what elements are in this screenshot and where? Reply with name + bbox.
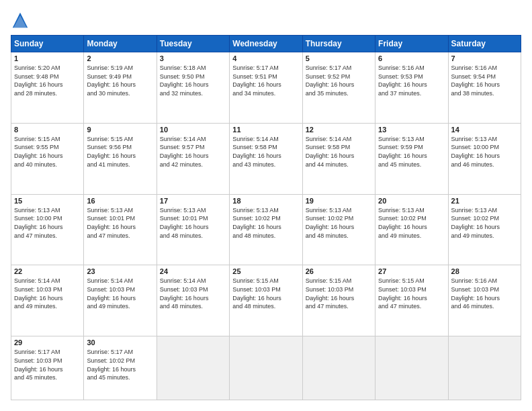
calendar-day: 19Sunrise: 5:13 AMSunset: 10:02 PMDaylig… (302, 194, 375, 265)
calendar-day: 17Sunrise: 5:13 AMSunset: 10:01 PMDaylig… (157, 194, 229, 265)
calendar-day: 10Sunrise: 5:14 AMSunset: 9:57 PMDayligh… (157, 123, 229, 194)
calendar-day: 28Sunrise: 5:16 AMSunset: 10:03 PMDaylig… (448, 265, 521, 336)
calendar-day: 2Sunrise: 5:19 AMSunset: 9:49 PMDaylight… (84, 52, 157, 124)
calendar-day: 26Sunrise: 5:15 AMSunset: 10:03 PMDaylig… (302, 265, 375, 336)
svg-marker-1 (13, 15, 27, 28)
calendar-day: 20Sunrise: 5:13 AMSunset: 10:02 PMDaylig… (375, 194, 448, 265)
weekday-header: Wednesday (230, 36, 302, 52)
calendar-day (302, 336, 375, 400)
calendar-day: 16Sunrise: 5:13 AMSunset: 10:01 PMDaylig… (84, 194, 157, 265)
weekday-header: Saturday (448, 36, 521, 52)
calendar-day: 21Sunrise: 5:13 AMSunset: 10:02 PMDaylig… (448, 194, 521, 265)
weekday-header: Sunday (11, 36, 84, 52)
calendar-day (375, 336, 448, 400)
calendar-table: SundayMondayTuesdayWednesdayThursdayFrid… (11, 35, 521, 400)
header (11, 11, 521, 30)
calendar-day: 7Sunrise: 5:16 AMSunset: 9:54 PMDaylight… (448, 52, 521, 124)
calendar-day: 29Sunrise: 5:17 AMSunset: 10:03 PMDaylig… (11, 336, 84, 400)
calendar-day: 27Sunrise: 5:15 AMSunset: 10:03 PMDaylig… (375, 265, 448, 336)
calendar-day: 6Sunrise: 5:16 AMSunset: 9:53 PMDaylight… (375, 52, 448, 124)
calendar-day: 8Sunrise: 5:15 AMSunset: 9:55 PMDaylight… (11, 123, 84, 194)
calendar-day: 23Sunrise: 5:14 AMSunset: 10:03 PMDaylig… (84, 265, 157, 336)
calendar-day: 11Sunrise: 5:14 AMSunset: 9:58 PMDayligh… (230, 123, 302, 194)
calendar-day (157, 336, 229, 400)
weekday-header: Friday (375, 36, 448, 52)
calendar-day: 24Sunrise: 5:14 AMSunset: 10:03 PMDaylig… (157, 265, 229, 336)
logo-icon (11, 11, 30, 30)
calendar-day: 12Sunrise: 5:14 AMSunset: 9:58 PMDayligh… (302, 123, 375, 194)
weekday-header: Monday (84, 36, 157, 52)
calendar-day: 4Sunrise: 5:17 AMSunset: 9:51 PMDaylight… (230, 52, 302, 124)
calendar-day: 9Sunrise: 5:15 AMSunset: 9:56 PMDaylight… (84, 123, 157, 194)
calendar-day: 25Sunrise: 5:15 AMSunset: 10:03 PMDaylig… (230, 265, 302, 336)
calendar-day: 18Sunrise: 5:13 AMSunset: 10:02 PMDaylig… (230, 194, 302, 265)
calendar-day: 15Sunrise: 5:13 AMSunset: 10:00 PMDaylig… (11, 194, 84, 265)
calendar-day (448, 336, 521, 400)
calendar-day: 1Sunrise: 5:20 AMSunset: 9:48 PMDaylight… (11, 52, 84, 124)
calendar-day (230, 336, 302, 400)
logo (11, 11, 32, 30)
page: SundayMondayTuesdayWednesdayThursdayFrid… (0, 0, 532, 411)
calendar-day: 22Sunrise: 5:14 AMSunset: 10:03 PMDaylig… (11, 265, 84, 336)
calendar-day: 30Sunrise: 5:17 AMSunset: 10:02 PMDaylig… (84, 336, 157, 400)
calendar-day: 5Sunrise: 5:17 AMSunset: 9:52 PMDaylight… (302, 52, 375, 124)
weekday-header: Tuesday (157, 36, 229, 52)
weekday-header: Thursday (302, 36, 375, 52)
calendar-day: 13Sunrise: 5:13 AMSunset: 9:59 PMDayligh… (375, 123, 448, 194)
calendar-day: 3Sunrise: 5:18 AMSunset: 9:50 PMDaylight… (157, 52, 229, 124)
calendar-day: 14Sunrise: 5:13 AMSunset: 10:00 PMDaylig… (448, 123, 521, 194)
